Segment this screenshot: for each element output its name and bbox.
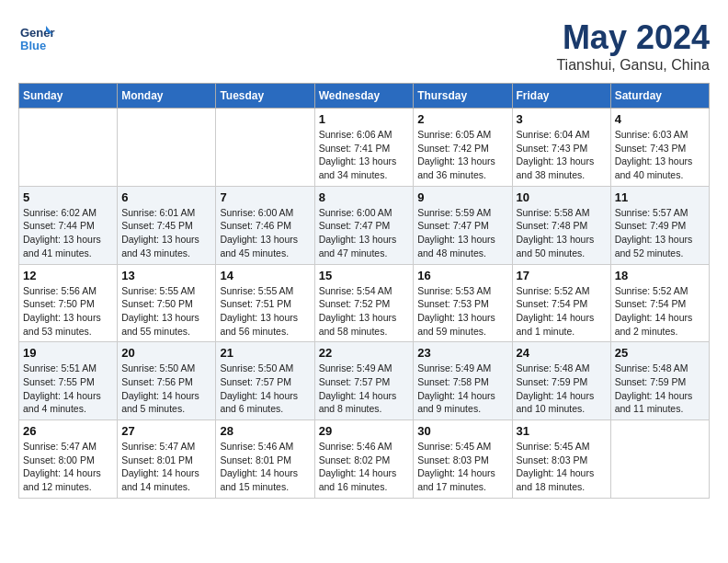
day-number: 31 (517, 424, 607, 438)
day-number: 7 (220, 190, 310, 204)
day-number: 4 (615, 112, 705, 126)
day-number: 16 (417, 269, 507, 282)
day-info: Sunrise: 6:05 AMSunset: 7:42 PMDaylight:… (417, 128, 507, 182)
day-info: Sunrise: 5:46 AMSunset: 8:02 PMDaylight:… (319, 440, 410, 494)
calendar-cell (216, 109, 314, 187)
calendar-cell: 30Sunrise: 5:45 AMSunset: 8:03 PMDayligh… (414, 420, 512, 499)
day-info: Sunrise: 5:52 AMSunset: 7:54 PMDaylight:… (615, 284, 705, 339)
calendar-table: SundayMondayTuesdayWednesdayThursdayFrid… (18, 83, 710, 499)
calendar-cell: 17Sunrise: 5:52 AMSunset: 7:54 PMDayligh… (512, 264, 610, 342)
calendar-cell: 20Sunrise: 5:50 AMSunset: 7:56 PMDayligh… (118, 342, 216, 420)
day-number: 13 (121, 269, 211, 282)
day-info: Sunrise: 6:03 AMSunset: 7:43 PMDaylight:… (615, 128, 705, 182)
logo-icon: General Blue (18, 18, 55, 55)
day-info: Sunrise: 5:58 AMSunset: 7:48 PMDaylight:… (517, 206, 607, 260)
day-number: 1 (319, 112, 410, 126)
day-info: Sunrise: 6:01 AMSunset: 7:45 PMDaylight:… (121, 206, 211, 260)
calendar-cell: 2Sunrise: 6:05 AMSunset: 7:42 PMDaylight… (414, 109, 512, 187)
day-info: Sunrise: 6:02 AMSunset: 7:44 PMDaylight:… (23, 206, 113, 260)
day-info: Sunrise: 5:52 AMSunset: 7:54 PMDaylight:… (517, 284, 607, 339)
day-number: 18 (615, 269, 705, 282)
weekday-header: Sunday (19, 84, 118, 109)
calendar-cell: 22Sunrise: 5:49 AMSunset: 7:57 PMDayligh… (314, 342, 414, 420)
calendar-cell: 15Sunrise: 5:54 AMSunset: 7:52 PMDayligh… (314, 264, 414, 342)
svg-text:Blue: Blue (20, 39, 46, 52)
calendar-cell: 9Sunrise: 5:59 AMSunset: 7:47 PMDaylight… (414, 186, 512, 264)
day-number: 5 (23, 190, 113, 204)
calendar-cell: 21Sunrise: 5:50 AMSunset: 7:57 PMDayligh… (216, 342, 314, 420)
day-info: Sunrise: 5:49 AMSunset: 7:57 PMDaylight:… (319, 362, 410, 416)
calendar-cell: 27Sunrise: 5:47 AMSunset: 8:01 PMDayligh… (118, 420, 216, 499)
day-info: Sunrise: 5:51 AMSunset: 7:55 PMDaylight:… (23, 362, 113, 416)
day-number: 15 (319, 269, 410, 282)
weekday-header: Tuesday (216, 84, 314, 109)
calendar-cell: 16Sunrise: 5:53 AMSunset: 7:53 PMDayligh… (414, 264, 512, 342)
day-number: 11 (615, 190, 705, 204)
weekday-header: Wednesday (314, 84, 414, 109)
calendar-cell: 10Sunrise: 5:58 AMSunset: 7:48 PMDayligh… (512, 186, 610, 264)
calendar-week-row: 1Sunrise: 6:06 AMSunset: 7:41 PMDaylight… (19, 109, 710, 187)
day-number: 21 (220, 346, 310, 360)
calendar-week-row: 19Sunrise: 5:51 AMSunset: 7:55 PMDayligh… (19, 342, 710, 420)
day-number: 2 (417, 112, 507, 126)
weekday-header-row: SundayMondayTuesdayWednesdayThursdayFrid… (19, 84, 710, 109)
calendar-cell: 6Sunrise: 6:01 AMSunset: 7:45 PMDaylight… (118, 186, 216, 264)
day-number: 12 (23, 269, 113, 282)
calendar-cell: 7Sunrise: 6:00 AMSunset: 7:46 PMDaylight… (216, 186, 314, 264)
day-info: Sunrise: 5:53 AMSunset: 7:53 PMDaylight:… (417, 284, 507, 339)
day-number: 29 (319, 424, 410, 438)
logo: General Blue (18, 18, 59, 55)
calendar-cell: 3Sunrise: 6:04 AMSunset: 7:43 PMDaylight… (512, 109, 610, 187)
weekday-header: Friday (512, 84, 610, 109)
calendar-cell (610, 420, 709, 499)
day-info: Sunrise: 5:59 AMSunset: 7:47 PMDaylight:… (417, 206, 507, 260)
day-info: Sunrise: 5:47 AMSunset: 8:00 PMDaylight:… (23, 440, 113, 494)
calendar-week-row: 26Sunrise: 5:47 AMSunset: 8:00 PMDayligh… (19, 420, 710, 499)
weekday-header: Thursday (414, 84, 512, 109)
day-number: 22 (319, 346, 410, 360)
day-info: Sunrise: 5:48 AMSunset: 7:59 PMDaylight:… (615, 362, 705, 416)
calendar-week-row: 12Sunrise: 5:56 AMSunset: 7:50 PMDayligh… (19, 264, 710, 342)
day-info: Sunrise: 5:47 AMSunset: 8:01 PMDaylight:… (121, 440, 211, 494)
calendar-cell: 12Sunrise: 5:56 AMSunset: 7:50 PMDayligh… (19, 264, 118, 342)
calendar-cell (19, 109, 118, 187)
day-info: Sunrise: 6:00 AMSunset: 7:47 PMDaylight:… (319, 206, 410, 260)
day-number: 26 (23, 424, 113, 438)
day-number: 28 (220, 424, 310, 438)
day-number: 25 (615, 346, 705, 360)
calendar-cell: 4Sunrise: 6:03 AMSunset: 7:43 PMDaylight… (610, 109, 709, 187)
day-info: Sunrise: 5:55 AMSunset: 7:50 PMDaylight:… (121, 284, 211, 339)
weekday-header: Saturday (610, 84, 709, 109)
day-number: 30 (417, 424, 507, 438)
calendar-cell: 8Sunrise: 6:00 AMSunset: 7:47 PMDaylight… (314, 186, 414, 264)
day-info: Sunrise: 5:46 AMSunset: 8:01 PMDaylight:… (220, 440, 310, 494)
day-info: Sunrise: 5:56 AMSunset: 7:50 PMDaylight:… (23, 284, 113, 339)
calendar-cell: 25Sunrise: 5:48 AMSunset: 7:59 PMDayligh… (610, 342, 709, 420)
calendar-cell (118, 109, 216, 187)
title-block: May 2024 Tianshui, Gansu, China (556, 18, 710, 74)
calendar-cell: 24Sunrise: 5:48 AMSunset: 7:59 PMDayligh… (512, 342, 610, 420)
day-number: 17 (517, 269, 607, 282)
day-number: 8 (319, 190, 410, 204)
day-info: Sunrise: 5:48 AMSunset: 7:59 PMDaylight:… (517, 362, 607, 416)
day-info: Sunrise: 6:04 AMSunset: 7:43 PMDaylight:… (517, 128, 607, 182)
day-number: 3 (517, 112, 607, 126)
day-info: Sunrise: 5:57 AMSunset: 7:49 PMDaylight:… (615, 206, 705, 260)
calendar-cell: 18Sunrise: 5:52 AMSunset: 7:54 PMDayligh… (610, 264, 709, 342)
day-number: 19 (23, 346, 113, 360)
page-header: General Blue May 2024 Tianshui, Gansu, C… (18, 18, 710, 74)
day-info: Sunrise: 5:45 AMSunset: 8:03 PMDaylight:… (517, 440, 607, 494)
calendar-cell: 29Sunrise: 5:46 AMSunset: 8:02 PMDayligh… (314, 420, 414, 499)
location-title: Tianshui, Gansu, China (556, 57, 710, 74)
day-number: 6 (121, 190, 211, 204)
calendar-cell: 23Sunrise: 5:49 AMSunset: 7:58 PMDayligh… (414, 342, 512, 420)
day-number: 9 (417, 190, 507, 204)
day-info: Sunrise: 6:00 AMSunset: 7:46 PMDaylight:… (220, 206, 310, 260)
month-title: May 2024 (556, 18, 710, 57)
calendar-cell: 5Sunrise: 6:02 AMSunset: 7:44 PMDaylight… (19, 186, 118, 264)
day-info: Sunrise: 5:54 AMSunset: 7:52 PMDaylight:… (319, 284, 410, 339)
day-info: Sunrise: 5:45 AMSunset: 8:03 PMDaylight:… (417, 440, 507, 494)
calendar-cell: 19Sunrise: 5:51 AMSunset: 7:55 PMDayligh… (19, 342, 118, 420)
calendar-cell: 1Sunrise: 6:06 AMSunset: 7:41 PMDaylight… (314, 109, 414, 187)
calendar-cell: 28Sunrise: 5:46 AMSunset: 8:01 PMDayligh… (216, 420, 314, 499)
